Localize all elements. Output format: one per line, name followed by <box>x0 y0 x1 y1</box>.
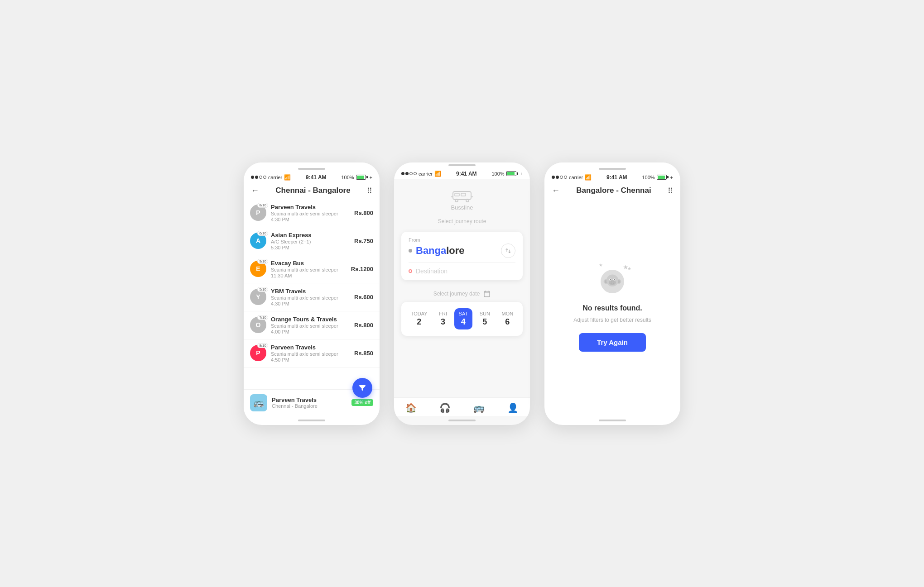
svg-point-16 <box>609 280 616 285</box>
bus-item-5[interactable]: P 8/10 Parveen Travels Scania multi axle… <box>244 339 380 367</box>
date-item-mon[interactable]: MON 6 <box>497 308 518 329</box>
bus-info-0: Parveen Travels Scania multi axle semi s… <box>271 204 350 222</box>
p3-signal-dot-4 <box>564 176 567 179</box>
bus-price-0: Rs.800 <box>354 210 373 216</box>
date-day-sat: SAT <box>459 311 468 316</box>
no-results-content: ★ ★ ★ <box>544 199 680 416</box>
bus-avatar-3: Y 5/10 <box>250 289 266 305</box>
phone-2-search: carrier 📶 9:41 AM 100% + <box>394 162 530 425</box>
bus-type-0: Scania multi axle semi sleeper <box>271 211 350 216</box>
star-icon-2: ★ <box>627 266 631 271</box>
calendar-icon <box>483 290 491 297</box>
from-label: From <box>409 237 515 243</box>
scene: carrier 📶 9:41 AM 100% + ← Chennai - Ban… <box>226 135 698 452</box>
bus-info-2: Evacay Bus Scania multi axle semi sleepe… <box>271 260 346 278</box>
bus-name-3: YBM Travels <box>271 288 350 295</box>
svg-rect-0 <box>453 191 471 200</box>
p3-signal-dot-1 <box>552 176 555 179</box>
signal-dot-4 <box>263 176 266 179</box>
wifi-icon: 📶 <box>284 174 291 181</box>
date-item-today[interactable]: TODAY 2 <box>406 308 432 329</box>
select-route-label: Select journey route <box>394 215 530 226</box>
phone3-status-left: carrier 📶 <box>552 174 592 181</box>
bus-avatar-0: P 8/10 <box>250 205 266 221</box>
from-dot <box>409 249 412 253</box>
date-item-sat[interactable]: SAT 4 <box>454 308 473 329</box>
signal-dot-2 <box>255 176 258 179</box>
phone2-carrier: carrier <box>419 171 433 177</box>
bus-price-4: Rs.800 <box>354 322 373 329</box>
from-text[interactable]: Bangalore <box>416 245 465 257</box>
promo-badge: 30% off <box>351 399 373 406</box>
phone1-back-button[interactable]: ← <box>251 186 259 196</box>
phone3-time: 9:41 AM <box>606 174 627 181</box>
phone1-grid-button[interactable]: ⠿ <box>367 186 372 195</box>
phone1-status-left: carrier 📶 <box>251 174 291 181</box>
svg-point-19 <box>610 279 611 280</box>
swap-button[interactable] <box>501 243 515 258</box>
bus-name-1: Asian Express <box>271 232 350 239</box>
bus-info-1: Asian Express A/C Sleeper (2+1) 5:30 PM <box>271 232 350 250</box>
date-item-fri[interactable]: FRI 3 <box>434 308 452 329</box>
phone2-top: carrier 📶 9:41 AM 100% + <box>394 162 530 179</box>
svg-rect-1 <box>455 193 459 196</box>
date-day-today: TODAY <box>411 311 428 316</box>
bus-info-3: YBM Travels Scania multi axle semi sleep… <box>271 288 350 306</box>
date-item-sun[interactable]: SUN 5 <box>475 308 495 329</box>
phone1-battery-pct: 100% <box>341 175 354 180</box>
promo-route: Chennai - Bangalore <box>272 403 347 409</box>
phone3-battery-pct: 100% <box>642 175 654 180</box>
bus-type-2: Scania multi axle semi sleeper <box>271 267 346 272</box>
date-day-mon: MON <box>502 311 514 316</box>
date-num-fri: 3 <box>441 317 445 327</box>
nav-profile-icon[interactable]: 👤 <box>507 402 519 413</box>
bus-price-1: Rs.750 <box>354 238 373 244</box>
phone2-battery-pct: 100% <box>491 171 504 177</box>
bus-item-4[interactable]: O 7/10 Orange Tours & Travels Scania mul… <box>244 311 380 339</box>
nav-home-icon[interactable]: 🏠 <box>405 402 417 413</box>
p2-wifi-icon: 📶 <box>434 171 441 177</box>
nav-headset-icon[interactable]: 🎧 <box>439 402 451 413</box>
filter-fab-button[interactable] <box>352 378 372 398</box>
svg-point-20 <box>614 279 616 280</box>
p3-wifi-icon: 📶 <box>585 174 592 181</box>
phone3-nav-bar: ← Bangalore - Chennai ⠿ <box>544 182 680 199</box>
from-input-row[interactable]: Bangalore <box>409 243 515 258</box>
seat-badge-0: 8/10 <box>257 203 268 208</box>
bussline-header: Bussline <box>394 179 530 215</box>
destination-placeholder[interactable]: Destination <box>416 267 448 275</box>
date-day-sun: SUN <box>480 311 490 316</box>
bus-item-3[interactable]: Y 5/10 YBM Travels Scania multi axle sem… <box>244 283 380 311</box>
date-num-sun: 5 <box>482 317 487 327</box>
route-selector: From Bangalore Destination <box>401 232 523 280</box>
phone1-carrier: carrier <box>268 175 282 180</box>
from-normal: lore <box>446 245 464 256</box>
phone3-back-button[interactable]: ← <box>552 186 560 196</box>
dest-input-row[interactable]: Destination <box>409 267 515 275</box>
date-num-sat: 4 <box>461 317 466 327</box>
monkey-face-icon <box>601 270 624 293</box>
bus-time-4: 4:00 PM <box>271 329 350 334</box>
route-divider <box>409 262 515 263</box>
bus-item-1[interactable]: A 6/10 Asian Express A/C Sleeper (2+1) 5… <box>244 227 380 255</box>
bus-item-0[interactable]: P 8/10 Parveen Travels Scania multi axle… <box>244 199 380 227</box>
phone2-status-left: carrier 📶 <box>401 171 441 177</box>
phone3-grid-button[interactable]: ⠿ <box>668 186 673 195</box>
no-results-title: No results found. <box>582 304 642 312</box>
try-again-button[interactable]: Try Again <box>579 333 646 352</box>
seat-badge-2: 9/10 <box>257 259 268 264</box>
phone1-top-indicator <box>298 168 325 170</box>
bus-info-5: Parveen Travels Scania multi axle semi s… <box>271 344 350 363</box>
bus-name-2: Evacay Bus <box>271 260 346 267</box>
phone2-status-bar: carrier 📶 9:41 AM 100% + <box>394 169 530 179</box>
svg-rect-7 <box>484 291 490 296</box>
svg-rect-2 <box>461 193 466 196</box>
bussline-label: Bussline <box>451 204 473 211</box>
phone1-home-indicator <box>298 420 325 421</box>
nav-bus-icon[interactable]: 🚌 <box>473 402 485 413</box>
phone3-notch: carrier 📶 9:41 AM 100% + <box>544 162 680 182</box>
svg-point-4 <box>466 199 469 202</box>
seat-badge-4: 7/10 <box>257 315 268 320</box>
bus-item-2[interactable]: E 9/10 Evacay Bus Scania multi axle semi… <box>244 255 380 283</box>
promo-name: Parveen Travels <box>272 396 347 403</box>
